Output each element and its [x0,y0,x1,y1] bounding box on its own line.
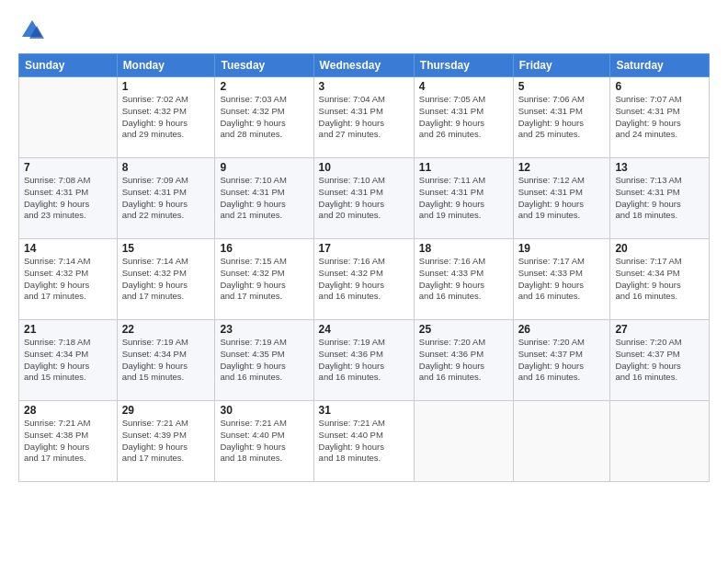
day-cell: 4Sunrise: 7:05 AMSunset: 4:31 PMDaylight… [414,77,513,158]
day-info: Sunrise: 7:21 AMSunset: 4:40 PMDaylight:… [220,418,308,465]
week-row: 14Sunrise: 7:14 AMSunset: 4:32 PMDayligh… [19,239,710,320]
day-number: 11 [419,161,508,174]
day-number: 4 [419,80,508,93]
day-info: Sunrise: 7:04 AMSunset: 4:31 PMDaylight:… [319,94,409,141]
day-info: Sunrise: 7:17 AMSunset: 4:33 PMDaylight:… [518,256,606,303]
day-info: Sunrise: 7:10 AMSunset: 4:31 PMDaylight:… [220,175,308,222]
calendar-header: SundayMondayTuesdayWednesdayThursdayFrid… [19,54,710,77]
day-header-saturday: Saturday [610,54,710,77]
day-info: Sunrise: 7:15 AMSunset: 4:32 PMDaylight:… [220,256,308,303]
day-cell: 16Sunrise: 7:15 AMSunset: 4:32 PMDayligh… [215,239,313,320]
day-cell: 2Sunrise: 7:03 AMSunset: 4:32 PMDaylight… [215,77,313,158]
day-header-tuesday: Tuesday [215,54,313,77]
calendar: SundayMondayTuesdayWednesdayThursdayFrid… [18,53,710,482]
day-cell: 13Sunrise: 7:13 AMSunset: 4:31 PMDayligh… [610,158,710,239]
day-number: 27 [615,323,704,336]
day-header-wednesday: Wednesday [313,54,414,77]
day-info: Sunrise: 7:21 AMSunset: 4:40 PMDaylight:… [319,418,409,465]
day-info: Sunrise: 7:09 AMSunset: 4:31 PMDaylight:… [122,175,210,222]
day-cell [414,401,513,482]
day-number: 25 [419,323,508,336]
day-info: Sunrise: 7:02 AMSunset: 4:32 PMDaylight:… [122,94,210,141]
day-number: 7 [24,161,112,174]
day-number: 6 [615,80,704,93]
day-cell: 14Sunrise: 7:14 AMSunset: 4:32 PMDayligh… [19,239,118,320]
day-number: 31 [319,404,409,417]
day-cell: 28Sunrise: 7:21 AMSunset: 4:38 PMDayligh… [19,401,118,482]
day-cell: 9Sunrise: 7:10 AMSunset: 4:31 PMDaylight… [215,158,313,239]
day-number: 14 [24,242,112,255]
day-cell: 8Sunrise: 7:09 AMSunset: 4:31 PMDaylight… [117,158,215,239]
day-cell: 25Sunrise: 7:20 AMSunset: 4:36 PMDayligh… [414,320,513,401]
day-cell: 10Sunrise: 7:10 AMSunset: 4:31 PMDayligh… [313,158,414,239]
day-cell: 24Sunrise: 7:19 AMSunset: 4:36 PMDayligh… [313,320,414,401]
day-info: Sunrise: 7:20 AMSunset: 4:37 PMDaylight:… [615,337,704,384]
day-number: 17 [319,242,409,255]
day-cell: 19Sunrise: 7:17 AMSunset: 4:33 PMDayligh… [513,239,610,320]
day-cell [513,401,610,482]
day-cell: 18Sunrise: 7:16 AMSunset: 4:33 PMDayligh… [414,239,513,320]
day-number: 9 [220,161,308,174]
day-number: 30 [220,404,308,417]
day-cell: 21Sunrise: 7:18 AMSunset: 4:34 PMDayligh… [19,320,118,401]
day-cell: 30Sunrise: 7:21 AMSunset: 4:40 PMDayligh… [215,401,313,482]
day-info: Sunrise: 7:21 AMSunset: 4:39 PMDaylight:… [122,418,210,465]
page: SundayMondayTuesdayWednesdayThursdayFrid… [0,0,728,563]
day-number: 1 [122,80,210,93]
day-cell: 5Sunrise: 7:06 AMSunset: 4:31 PMDaylight… [513,77,610,158]
day-info: Sunrise: 7:20 AMSunset: 4:36 PMDaylight:… [419,337,508,384]
day-cell: 1Sunrise: 7:02 AMSunset: 4:32 PMDaylight… [117,77,215,158]
day-cell: 29Sunrise: 7:21 AMSunset: 4:39 PMDayligh… [117,401,215,482]
day-info: Sunrise: 7:14 AMSunset: 4:32 PMDaylight:… [24,256,112,303]
day-info: Sunrise: 7:16 AMSunset: 4:33 PMDaylight:… [419,256,508,303]
day-info: Sunrise: 7:08 AMSunset: 4:31 PMDaylight:… [24,175,112,222]
day-info: Sunrise: 7:17 AMSunset: 4:34 PMDaylight:… [615,256,704,303]
day-number: 19 [518,242,606,255]
day-info: Sunrise: 7:10 AMSunset: 4:31 PMDaylight:… [319,175,409,222]
day-cell: 27Sunrise: 7:20 AMSunset: 4:37 PMDayligh… [610,320,710,401]
day-info: Sunrise: 7:07 AMSunset: 4:31 PMDaylight:… [615,94,704,141]
header [18,17,710,44]
day-header-sunday: Sunday [19,54,118,77]
day-cell [19,77,118,158]
day-info: Sunrise: 7:12 AMSunset: 4:31 PMDaylight:… [518,175,606,222]
day-info: Sunrise: 7:21 AMSunset: 4:38 PMDaylight:… [24,418,112,465]
day-info: Sunrise: 7:05 AMSunset: 4:31 PMDaylight:… [419,94,508,141]
day-cell: 17Sunrise: 7:16 AMSunset: 4:32 PMDayligh… [313,239,414,320]
day-number: 21 [24,323,112,336]
day-info: Sunrise: 7:03 AMSunset: 4:32 PMDaylight:… [220,94,308,141]
day-info: Sunrise: 7:11 AMSunset: 4:31 PMDaylight:… [419,175,508,222]
day-number: 5 [518,80,606,93]
day-cell: 7Sunrise: 7:08 AMSunset: 4:31 PMDaylight… [19,158,118,239]
day-number: 12 [518,161,606,174]
day-cell [610,401,710,482]
day-number: 18 [419,242,508,255]
header-row: SundayMondayTuesdayWednesdayThursdayFrid… [19,54,710,77]
day-number: 26 [518,323,606,336]
day-number: 20 [615,242,704,255]
day-header-monday: Monday [117,54,215,77]
day-number: 2 [220,80,308,93]
calendar-body: 1Sunrise: 7:02 AMSunset: 4:32 PMDaylight… [19,77,710,482]
day-info: Sunrise: 7:20 AMSunset: 4:37 PMDaylight:… [518,337,606,384]
day-cell: 20Sunrise: 7:17 AMSunset: 4:34 PMDayligh… [610,239,710,320]
day-cell: 11Sunrise: 7:11 AMSunset: 4:31 PMDayligh… [414,158,513,239]
day-header-friday: Friday [513,54,610,77]
week-row: 7Sunrise: 7:08 AMSunset: 4:31 PMDaylight… [19,158,710,239]
day-cell: 3Sunrise: 7:04 AMSunset: 4:31 PMDaylight… [313,77,414,158]
day-number: 15 [122,242,210,255]
logo-icon [18,17,46,44]
day-info: Sunrise: 7:13 AMSunset: 4:31 PMDaylight:… [615,175,704,222]
day-number: 24 [319,323,409,336]
day-cell: 12Sunrise: 7:12 AMSunset: 4:31 PMDayligh… [513,158,610,239]
day-info: Sunrise: 7:19 AMSunset: 4:35 PMDaylight:… [220,337,308,384]
day-number: 3 [319,80,409,93]
day-info: Sunrise: 7:16 AMSunset: 4:32 PMDaylight:… [319,256,409,303]
day-number: 13 [615,161,704,174]
day-number: 23 [220,323,308,336]
day-number: 22 [122,323,210,336]
day-cell: 26Sunrise: 7:20 AMSunset: 4:37 PMDayligh… [513,320,610,401]
day-number: 8 [122,161,210,174]
day-number: 29 [122,404,210,417]
day-info: Sunrise: 7:18 AMSunset: 4:34 PMDaylight:… [24,337,112,384]
